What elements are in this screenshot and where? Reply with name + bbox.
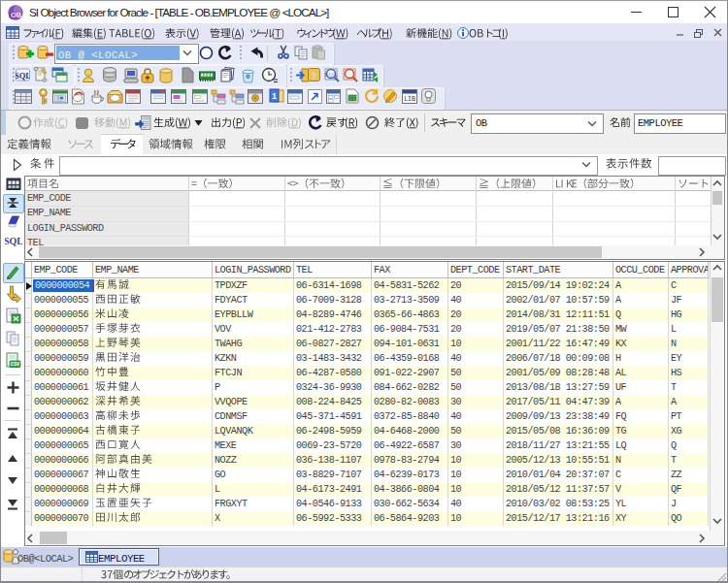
svg-text:CSV: CSV [11,362,20,368]
svg-text:1: 1 [272,91,277,101]
svg-text:?: ? [312,71,317,81]
svg-text:SQL: SQL [5,236,22,246]
svg-text:OB: OB [11,11,22,19]
svg-text:LIB: LIB [404,96,415,103]
svg-text:SQL: SQL [16,71,30,81]
